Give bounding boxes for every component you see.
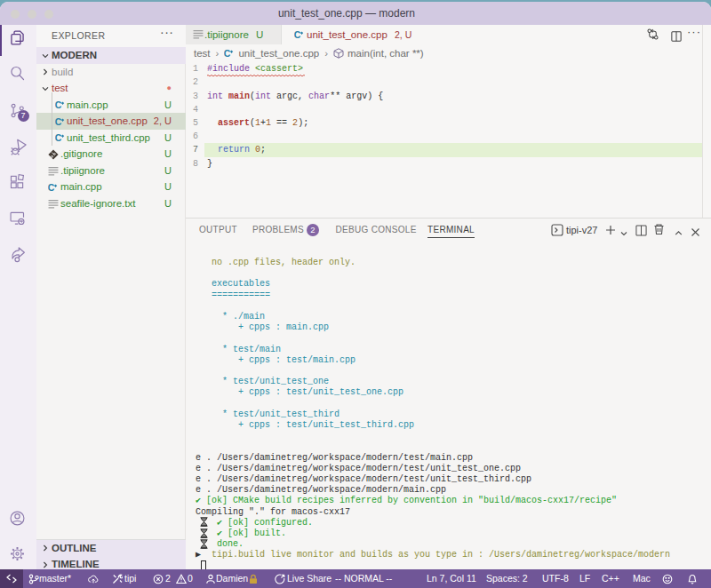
svg-text:C: C: [294, 29, 301, 40]
svg-text:C: C: [48, 182, 55, 193]
svg-text:C: C: [55, 99, 62, 110]
svg-text:C: C: [224, 48, 231, 59]
svg-text:C: C: [55, 116, 62, 127]
svg-text:C: C: [55, 132, 62, 143]
